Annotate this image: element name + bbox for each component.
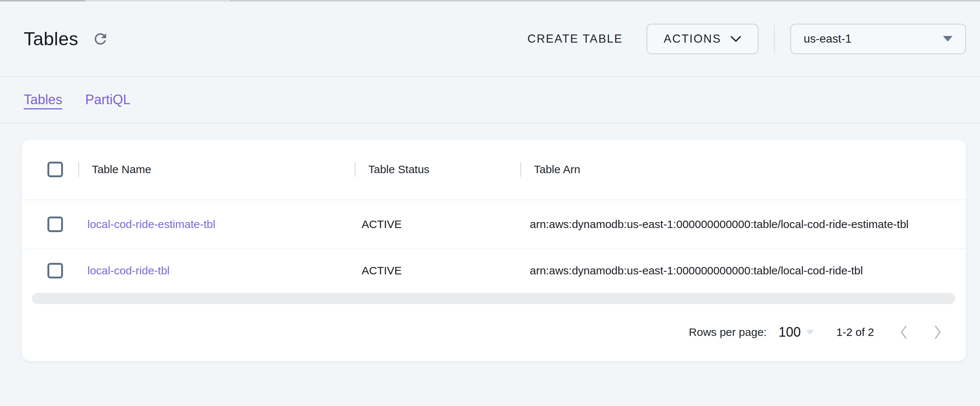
row-select-cell (22, 217, 78, 232)
table-status-cell: ACTIVE (355, 218, 520, 231)
table-arn-cell: arn:aws:dynamodb:us-east-1:000000000000:… (520, 218, 966, 231)
select-all-checkbox[interactable] (48, 161, 63, 177)
tab-tables[interactable]: Tables (24, 92, 62, 107)
row-checkbox[interactable] (48, 263, 63, 278)
table-name-cell: local-cod-ride-estimate-tbl (78, 218, 355, 231)
pagination-range: 1-2 of 2 (836, 326, 874, 339)
next-page-button[interactable] (933, 325, 942, 340)
actions-dropdown-button[interactable]: ACTIONS (646, 24, 759, 54)
table-name-cell: local-cod-ride-tbl (78, 264, 355, 277)
tab-partiql[interactable]: PartiQL (85, 92, 130, 107)
column-separator (520, 162, 521, 177)
row-select-cell (22, 263, 78, 278)
table-row: local-cod-ride-estimate-tbl ACTIVE arn:a… (22, 200, 966, 249)
column-header-label: Table Status (368, 163, 430, 176)
column-header-label: Table Arn (534, 163, 580, 176)
window-top-edge-segment (85, 0, 230, 2)
chevron-left-icon (899, 325, 908, 340)
column-separator (78, 162, 79, 177)
previous-page-button[interactable] (899, 325, 908, 340)
tab-bar: Tables PartiQL (0, 77, 980, 123)
window-top-edge-segment (0, 0, 85, 2)
refresh-icon (92, 30, 109, 48)
chevron-right-icon (933, 325, 942, 340)
status-value: ACTIVE (362, 264, 402, 277)
arn-value: arn:aws:dynamodb:us-east-1:000000000000:… (530, 264, 863, 277)
row-checkbox[interactable] (48, 217, 63, 232)
region-select[interactable]: us-east-1 (790, 24, 966, 54)
select-all-cell (22, 161, 78, 177)
status-value: ACTIVE (362, 218, 402, 230)
table-name-link[interactable]: local-cod-ride-tbl (88, 264, 170, 277)
refresh-button[interactable] (92, 30, 109, 48)
column-header-table-status: Table Status (355, 139, 520, 200)
arn-value: arn:aws:dynamodb:us-east-1:000000000000:… (530, 218, 908, 230)
caret-down-icon (943, 36, 953, 42)
window-top-edge (0, 0, 980, 2)
header-actions: CREATE TABLE ACTIONS us-east-1 (528, 24, 966, 54)
column-header-label: Table Name (92, 163, 151, 176)
pagination-bar: Rows per page: 100 1-2 of 2 (22, 304, 966, 360)
table-status-cell: ACTIVE (355, 264, 520, 277)
table-row: local-cod-ride-tbl ACTIVE arn:aws:dynamo… (22, 249, 966, 292)
title-group: Tables (24, 28, 109, 50)
table-name-link[interactable]: local-cod-ride-estimate-tbl (88, 218, 215, 230)
table-header-row: Table Name Table Status Table Arn (22, 139, 966, 200)
region-select-value: us-east-1 (803, 32, 943, 46)
column-header-table-arn: Table Arn (520, 139, 966, 200)
page-title: Tables (24, 28, 78, 50)
create-table-button[interactable]: CREATE TABLE (528, 32, 623, 46)
rows-per-page-label: Rows per page: (689, 326, 767, 339)
tables-card: Table Name Table Status Table Arn local-… (22, 139, 966, 361)
chevron-down-icon (730, 35, 741, 43)
caret-down-icon[interactable] (806, 330, 814, 335)
window-top-edge-segment (230, 0, 980, 2)
actions-button-label: ACTIONS (663, 32, 721, 46)
page-header: Tables CREATE TABLE ACTIONS us-east-1 (0, 2, 980, 77)
column-header-table-name: Table Name (78, 139, 355, 200)
horizontal-scrollbar[interactable] (32, 293, 955, 304)
rows-per-page-select[interactable]: 100 (778, 324, 801, 340)
table-arn-cell: arn:aws:dynamodb:us-east-1:000000000000:… (520, 264, 966, 277)
header-divider (774, 25, 775, 53)
column-separator (355, 162, 356, 177)
